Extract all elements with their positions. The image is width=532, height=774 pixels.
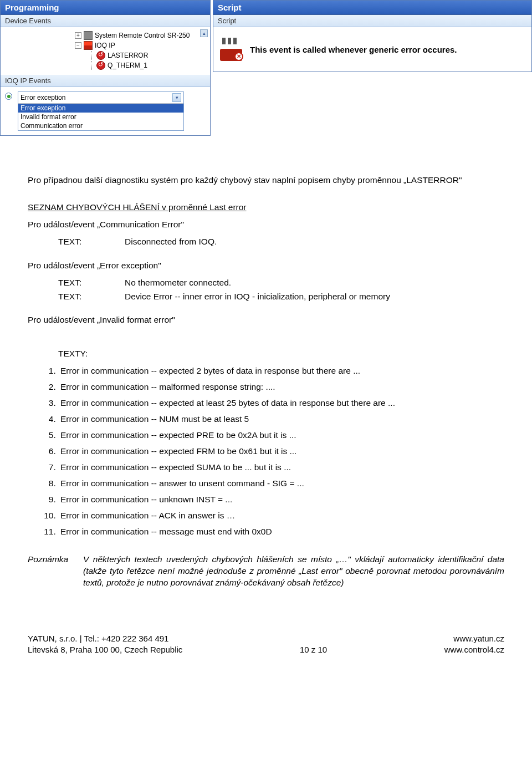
- list-item: Error in communication -- expected 2 byt…: [58, 365, 504, 377]
- ioq-icon: [84, 41, 93, 50]
- note-row: Poznámka V některých textech uvedených c…: [28, 554, 504, 589]
- programming-panel: Programming Device Events ▴ + System Rem…: [0, 0, 211, 136]
- texty-label: TEXTY:: [28, 348, 504, 360]
- text-label: TEXT:: [58, 277, 125, 289]
- script-sub[interactable]: Script: [213, 15, 531, 27]
- error-icon: [96, 61, 105, 70]
- events-dropdown[interactable]: Error exception ▾ Error exception Invali…: [18, 91, 184, 131]
- list-item: Error in communication -- malformed resp…: [58, 381, 504, 393]
- tree-node-qtherm[interactable]: Q_THERM_1: [3, 60, 208, 70]
- text-label: TEXT:: [58, 236, 125, 248]
- script-title: Script: [213, 1, 531, 15]
- dropdown-item[interactable]: Invalid format error: [18, 113, 183, 121]
- text-row: TEXT: Disconnected from IOQ.: [28, 236, 504, 248]
- text-row: TEXT: No thermometer connected.: [28, 277, 504, 289]
- list-item: Error in communication -- expected SUMA …: [58, 462, 504, 473]
- text-value: Disconnected from IOQ.: [125, 236, 217, 248]
- text-value: Device Error -- inner error in IOQ - ini…: [125, 291, 390, 303]
- intro-paragraph: Pro případnou další diagnostiku systém p…: [28, 175, 504, 186]
- error-list: Error in communication -- expected 2 byt…: [28, 365, 504, 537]
- list-item: Error in communication -- message must e…: [58, 526, 504, 538]
- list-item: Error in communication -- unknown INST =…: [58, 494, 504, 506]
- script-panel: Script Script ✕ This event is called whe…: [213, 0, 532, 72]
- note-text: V některých textech uvedených chybových …: [83, 554, 504, 589]
- device-events-header[interactable]: Device Events: [1, 15, 210, 27]
- document-body: Pro případnou další diagnostiku systém p…: [0, 136, 532, 605]
- footer-address: Litevská 8, Praha 100 00, Czech Republic: [28, 644, 182, 655]
- dropdown-selected-label: Error exception: [21, 94, 65, 101]
- expand-minus-icon[interactable]: −: [75, 42, 81, 49]
- tree-node-sr250[interactable]: + System Remote Control SR-250: [3, 30, 208, 40]
- tree-label: IOQ IP: [95, 42, 115, 49]
- tree-node-lasterror[interactable]: LASTERROR: [3, 50, 208, 60]
- dropdown-list: Error exception Invalid format error Com…: [18, 103, 183, 130]
- programming-title: Programming: [1, 1, 210, 15]
- page-footer: YATUN, s.r.o. | Tel.: +420 222 364 491 L…: [0, 633, 532, 666]
- chevron-down-icon[interactable]: ▾: [172, 93, 181, 102]
- script-event-icon: ✕: [220, 38, 243, 61]
- error-icon: [96, 51, 105, 60]
- text-value: No thermometer connected.: [125, 277, 231, 289]
- event-heading: Pro událost/event „Error exception": [28, 260, 504, 272]
- text-row: TEXT: Device Error -- inner error in IOQ…: [28, 291, 504, 303]
- tree-label: LASTERROR: [108, 52, 148, 59]
- footer-url: www.control4.cz: [444, 644, 504, 655]
- device-icon: [84, 31, 93, 40]
- event-heading: Pro událost/event „Invalid format error": [28, 314, 504, 326]
- text-label: TEXT:: [58, 291, 125, 303]
- footer-url: www.yatun.cz: [444, 633, 504, 644]
- footer-company: YATUN, s.r.o. | Tel.: +420 222 364 491: [28, 633, 182, 644]
- scroll-up-icon[interactable]: ▴: [200, 29, 208, 37]
- ioq-events-header[interactable]: IOQ IP Events: [1, 75, 210, 87]
- page-number: 10 z 10: [300, 644, 327, 655]
- alert-badge-icon: ✕: [234, 52, 243, 61]
- dropdown-item[interactable]: Error exception: [18, 104, 183, 113]
- note-label: Poznámka: [28, 554, 72, 589]
- tree-label: Q_THERM_1: [108, 62, 147, 69]
- radio-selected-icon[interactable]: [5, 93, 12, 100]
- list-item: Error in communication -- ACK in answer …: [58, 510, 504, 522]
- list-item: Error in communication -- expected at le…: [58, 398, 504, 409]
- list-item: Error in communication -- expected PRE t…: [58, 430, 504, 441]
- list-item: Error in communication -- expected FRM t…: [58, 446, 504, 457]
- expand-plus-icon[interactable]: +: [75, 32, 81, 39]
- section-title: SEZNAM CHYBOVÝCH HLÁŠENÍ v proměnné Last…: [28, 202, 504, 213]
- list-item: Error in communication -- NUM must be at…: [58, 414, 504, 425]
- list-item: Error in communication -- answer to unse…: [58, 478, 504, 490]
- dropdown-item[interactable]: Communication error: [18, 121, 183, 130]
- tree-node-ioq[interactable]: − IOQ IP: [3, 40, 208, 50]
- tree-label: System Remote Control SR-250: [95, 32, 190, 39]
- event-heading: Pro událost/event „Communication Error": [28, 219, 504, 231]
- script-description: This event is called whenever generic er…: [250, 45, 457, 54]
